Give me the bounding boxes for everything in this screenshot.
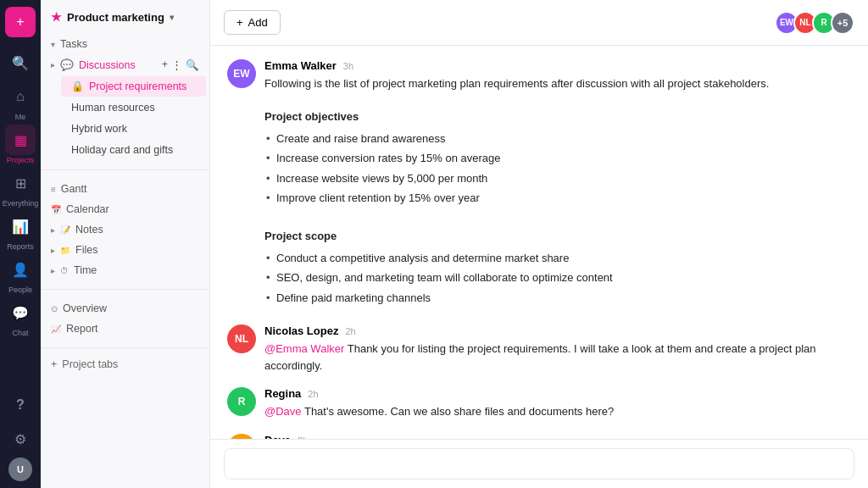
expand-icon: ▸ <box>51 266 55 275</box>
time-regina: 2h <box>308 389 318 399</box>
avatar-nicolas: NL <box>227 324 256 353</box>
message-content-regina: Regina 2h @Dave That's awesome. Can we a… <box>264 387 851 420</box>
chevron-right-icon: ▾ <box>51 40 55 49</box>
discussion-item-holiday[interactable]: Holiday card and gifts <box>61 140 206 160</box>
lock-icon: 🔒 <box>71 80 84 92</box>
header-avatars: EW NL R +5 <box>775 11 854 35</box>
divider-3 <box>41 347 209 348</box>
plus-icon: + <box>236 16 243 29</box>
discussion-item-project-requirements[interactable]: 🔒 Project requirements <box>61 76 206 97</box>
gantt-item[interactable]: ≡ Gantt <box>41 179 209 199</box>
discussions-group[interactable]: ▸ 💬 Discussions + ⋮ 🔍 <box>41 54 209 75</box>
message-text-nicolas: @Emma Walker Thank you for listing the p… <box>264 341 851 374</box>
scope-heading: Project scope <box>264 230 337 242</box>
sidebar-item-people[interactable]: 👤 People <box>5 254 36 294</box>
message-content-nicolas: Nicolas Lopez 2h @Emma Walker Thank you … <box>264 324 851 374</box>
list-item: Define paid marketing channels <box>264 288 851 308</box>
sidebar-item-everything[interactable]: ⊞ Everything <box>3 168 39 208</box>
sidebar-item-chat[interactable]: 💬 Chat <box>5 297 36 337</box>
discussion-item-label: Hybrid work <box>71 123 127 135</box>
time-item[interactable]: ▸ ⏱ Time <box>41 260 209 280</box>
files-item[interactable]: ▸ 📁 Files <box>41 240 209 260</box>
add-discussion-icon[interactable]: + <box>162 58 168 71</box>
notes-icon: 📝 <box>60 225 70 235</box>
message-text-regina: @Dave That's awesome. Can we also share … <box>264 403 851 420</box>
files-label: Files <box>75 244 97 256</box>
list-item: SEO, design, and marketing team will col… <box>264 268 851 288</box>
gantt-icon: ≡ <box>51 185 56 194</box>
chevron-down-icon: ▾ <box>170 13 174 22</box>
help-icon[interactable]: ? <box>5 390 36 420</box>
files-icon: 📁 <box>60 246 70 255</box>
avatar-regina: R <box>227 387 256 416</box>
projects-label: Projects <box>7 156 35 164</box>
expand-icon: ▸ <box>51 246 55 255</box>
calendar-item[interactable]: 📅 Calendar <box>41 199 209 219</box>
reports-label: Reports <box>7 242 34 251</box>
overview-label: Overview <box>63 302 107 314</box>
discussion-item-label: Human resources <box>71 102 155 114</box>
message-content-emma: Emma Walker 3h Following is the list of … <box>264 59 851 311</box>
regina-text: That's awesome. Can we also share files … <box>304 405 614 418</box>
avatar-emma: EW <box>227 59 256 88</box>
add-button[interactable]: + Add <box>224 10 281 35</box>
everything-label: Everything <box>3 199 39 208</box>
comment-input-area <box>210 439 868 488</box>
list-item: Create and raise brand awareness <box>264 129 851 149</box>
discussion-item-label: Project requirements <box>89 80 186 92</box>
time-icon: ⏱ <box>60 266 69 275</box>
settings-icon[interactable]: ⚙ <box>5 424 36 454</box>
avatar-count[interactable]: +5 <box>831 11 854 35</box>
add-project-tabs-button[interactable]: + Project tabs <box>41 353 209 375</box>
chat-area: EW Emma Walker 3h Following is the list … <box>210 46 868 439</box>
list-item: Increase website views by 5,000 per mont… <box>264 169 851 189</box>
projects-icon: ▦ <box>5 125 36 155</box>
chevron-right-icon: ▸ <box>51 60 55 69</box>
star-icon: ★ <box>51 10 62 24</box>
discussion-item-hybrid-work[interactable]: Hybrid work <box>61 119 206 139</box>
project-header[interactable]: ★ Product marketing ▾ <box>41 0 209 30</box>
chat-icon: 💬 <box>5 297 36 328</box>
nav-section: ≡ Gantt 📅 Calendar ▸ 📝 Notes ▸ 📁 Files ▸… <box>41 175 209 284</box>
plus-icon: + <box>51 358 57 370</box>
message-header-nicolas: Nicolas Lopez 2h <box>264 324 851 337</box>
reports-icon: 📊 <box>5 211 36 241</box>
global-add-button[interactable]: + <box>5 7 36 37</box>
overview-item[interactable]: ⊙ Overview <box>41 298 209 319</box>
search-discussion-icon[interactable]: 🔍 <box>186 58 199 71</box>
report-item[interactable]: 📈 Report <box>41 319 209 339</box>
divider <box>41 169 209 170</box>
author-nicolas: Nicolas Lopez <box>264 324 338 337</box>
expand-icon: ▸ <box>51 225 55 235</box>
author-regina: Regina <box>264 387 301 400</box>
divider-2 <box>41 289 209 290</box>
project-tabs-label: Project tabs <box>62 358 118 370</box>
message-header-regina: Regina 2h <box>264 387 851 400</box>
calendar-icon: 📅 <box>51 205 61 214</box>
everything-icon: ⊞ <box>5 168 36 198</box>
filter-icon[interactable]: ⋮ <box>171 58 182 71</box>
time-label: Time <box>74 264 97 276</box>
sidebar-item-reports[interactable]: 📊 Reports <box>5 211 36 251</box>
discussion-item-human-resources[interactable]: Human resources <box>61 97 206 118</box>
icon-bar: + 🔍 ⌂ Me ▦ Projects ⊞ Everything 📊 Repor… <box>0 0 41 488</box>
overview-icon: ⊙ <box>51 304 58 313</box>
sidebar-item-me[interactable]: ⌂ Me <box>5 81 36 121</box>
message-emma: EW Emma Walker 3h Following is the list … <box>227 59 851 311</box>
sidebar: ★ Product marketing ▾ ▾ Tasks ▸ 💬 Discus… <box>41 0 210 488</box>
sidebar-item-search[interactable]: 🔍 <box>5 47 36 78</box>
search-icon: 🔍 <box>5 47 36 78</box>
comment-input[interactable] <box>224 448 854 480</box>
notes-label: Notes <box>75 224 103 236</box>
user-avatar[interactable]: U <box>8 458 32 481</box>
objectives-list: Create and raise brand awareness Increas… <box>264 129 851 208</box>
mention-emma: @Emma Walker <box>264 342 344 355</box>
notes-item[interactable]: ▸ 📝 Notes <box>41 219 209 240</box>
tasks-section: ▾ Tasks ▸ 💬 Discussions + ⋮ 🔍 🔒 Project … <box>41 30 209 164</box>
tasks-group[interactable]: ▾ Tasks <box>41 34 209 54</box>
mention-dave: @Dave <box>264 405 302 418</box>
sidebar-item-projects[interactable]: ▦ Projects <box>5 125 36 164</box>
discussions-label: Discussions <box>79 59 136 71</box>
avatar-stack: EW NL R +5 <box>775 11 854 35</box>
people-icon: 👤 <box>5 254 36 285</box>
